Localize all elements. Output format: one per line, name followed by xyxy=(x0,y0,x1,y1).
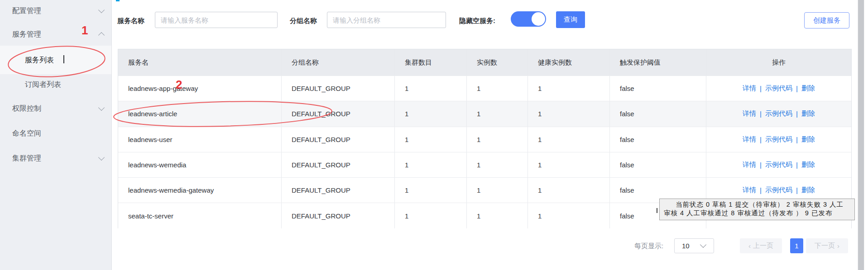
delete-link[interactable]: 删除 xyxy=(801,84,815,93)
action-separator: | xyxy=(796,161,798,169)
column-header-instance-count: 实例数 xyxy=(467,49,528,76)
cell-service-name: leadnews-wemedia-gateway xyxy=(118,178,282,203)
group-name-label: 分组名称 xyxy=(290,17,317,25)
next-page-label: 下一页 xyxy=(815,242,835,250)
cell-instance-count: 1 xyxy=(467,101,528,126)
cell-service-name: leadnews-article xyxy=(118,101,282,126)
cell-healthy-count: 1 xyxy=(528,76,610,101)
cell-group-name: DEFAULT_GROUP xyxy=(282,76,395,101)
sidebar-item-label: 权限控制 xyxy=(12,104,41,114)
sidebar-item-label: 订阅者列表 xyxy=(25,80,61,90)
cell-service-name: leadnews-user xyxy=(118,127,282,152)
next-page-button[interactable]: 下一页 › xyxy=(806,238,848,253)
cell-service-name: leadnews-app-gateway xyxy=(118,76,282,101)
cell-threshold: false xyxy=(610,76,706,101)
sidebar: 配置管理 服务管理 服务列表 订阅者列表 权限控制 命名空间 集群管理 xyxy=(0,0,112,270)
delete-link[interactable]: 删除 xyxy=(801,161,815,169)
delete-link[interactable]: 删除 xyxy=(801,109,815,118)
chevron-left-icon: ‹ xyxy=(748,242,751,250)
table-row: leadnews-user DEFAULT_GROUP 1 1 1 false … xyxy=(118,127,851,152)
cell-healthy-count: 1 xyxy=(528,152,610,177)
sample-code-link[interactable]: 示例代码 xyxy=(765,135,792,144)
sidebar-item-label: 配置管理 xyxy=(12,6,41,16)
delete-link[interactable]: 删除 xyxy=(801,186,815,194)
page-indicator-fragment xyxy=(116,0,120,1)
cell-cluster-count: 1 xyxy=(395,152,467,177)
cell-operations: 详情|示例代码|删除 xyxy=(706,76,851,101)
action-separator: | xyxy=(796,186,798,194)
cell-healthy-count: 1 xyxy=(528,178,610,203)
sidebar-item-label: 集群管理 xyxy=(12,154,41,163)
cell-healthy-count: 1 xyxy=(528,101,610,126)
toggle-knob xyxy=(532,12,545,26)
hide-empty-service-toggle[interactable] xyxy=(511,11,546,27)
cell-cluster-count: 1 xyxy=(395,76,467,101)
detail-link[interactable]: 详情 xyxy=(743,135,756,144)
column-header-healthy-count: 健康实例数 xyxy=(528,49,610,76)
scrollbar-thumb[interactable] xyxy=(858,0,864,270)
action-separator: | xyxy=(760,136,762,143)
service-name-input[interactable] xyxy=(155,12,278,28)
action-separator: | xyxy=(796,136,798,143)
sample-code-link[interactable]: 示例代码 xyxy=(765,161,792,169)
sample-code-link[interactable]: 示例代码 xyxy=(765,84,792,93)
action-separator: | xyxy=(796,110,798,118)
cell-threshold: false xyxy=(610,127,706,152)
create-service-button[interactable]: 创建服务 xyxy=(804,12,849,28)
action-separator: | xyxy=(796,85,798,92)
detail-link[interactable]: 详情 xyxy=(743,186,756,194)
cell-instance-count: 1 xyxy=(467,178,528,203)
text-cursor-caret xyxy=(63,55,64,63)
cell-healthy-count: 1 xyxy=(528,127,610,152)
sidebar-item-service-list[interactable]: 服务列表 xyxy=(0,55,111,66)
cell-instance-count: 1 xyxy=(467,203,528,228)
sidebar-item-label: 服务管理 xyxy=(12,30,41,39)
sample-code-link[interactable]: 示例代码 xyxy=(765,109,792,118)
sidebar-item-subscriber-list[interactable]: 订阅者列表 xyxy=(0,79,111,90)
current-page-button[interactable]: 1 xyxy=(790,238,803,253)
cell-group-name: DEFAULT_GROUP xyxy=(282,152,395,177)
cell-group-name: DEFAULT_GROUP xyxy=(282,178,395,203)
text-cursor xyxy=(657,208,657,213)
sidebar-item-namespace[interactable]: 命名空间 xyxy=(0,128,111,139)
column-header-group-name: 分组名称 xyxy=(282,49,395,76)
sidebar-item-config-management[interactable]: 配置管理 xyxy=(0,5,111,16)
detail-link[interactable]: 详情 xyxy=(743,161,756,169)
search-button[interactable]: 查询 xyxy=(556,11,585,28)
prev-page-label: 上一页 xyxy=(753,242,773,250)
chevron-up-icon xyxy=(98,32,105,38)
table-row: leadnews-app-gateway DEFAULT_GROUP 1 1 1… xyxy=(118,76,851,101)
sidebar-item-label: 命名空间 xyxy=(12,129,41,138)
page-size-select[interactable]: 10 xyxy=(674,238,714,253)
cell-service-name: seata-tc-server xyxy=(118,203,282,228)
column-header-service-name: 服务名 xyxy=(118,49,282,76)
cell-instance-count: 1 xyxy=(467,152,528,177)
sidebar-item-cluster-management[interactable]: 集群管理 xyxy=(0,153,111,164)
cell-group-name: DEFAULT_GROUP xyxy=(282,203,395,228)
vertical-scrollbar[interactable] xyxy=(858,0,864,270)
prev-page-button[interactable]: ‹ 上一页 xyxy=(740,238,782,253)
cell-operations: 详情|示例代码|删除 xyxy=(706,127,851,152)
delete-link[interactable]: 删除 xyxy=(801,135,815,144)
sample-code-link[interactable]: 示例代码 xyxy=(765,186,792,194)
column-header-threshold: 触发保护阈值 xyxy=(610,49,706,76)
detail-link[interactable]: 详情 xyxy=(743,84,756,93)
cell-threshold: false xyxy=(610,152,706,177)
cell-cluster-count: 1 xyxy=(395,178,467,203)
cell-cluster-count: 1 xyxy=(395,101,467,126)
cell-operations: 详情|示例代码|删除 xyxy=(706,101,851,126)
hide-empty-service-label: 隐藏空服务: xyxy=(459,17,495,25)
detail-link[interactable]: 详情 xyxy=(743,109,756,118)
nacos-service-list-page: 配置管理 服务管理 服务列表 订阅者列表 权限控制 命名空间 集群管理 服务名称 xyxy=(0,0,868,270)
sidebar-item-service-management[interactable]: 服务管理 xyxy=(0,29,111,40)
group-name-input[interactable] xyxy=(327,12,446,28)
sidebar-item-permission-control[interactable]: 权限控制 xyxy=(0,103,111,114)
sidebar-item-label: 服务列表 xyxy=(25,56,54,65)
chevron-down-icon xyxy=(98,7,105,13)
cell-instance-count: 1 xyxy=(467,76,528,101)
column-header-operations: 操作 xyxy=(706,49,851,76)
service-name-label: 服务名称 xyxy=(117,17,144,25)
chevron-right-icon: › xyxy=(837,242,839,250)
cell-threshold: false xyxy=(610,101,706,126)
cell-healthy-count: 1 xyxy=(528,203,610,228)
